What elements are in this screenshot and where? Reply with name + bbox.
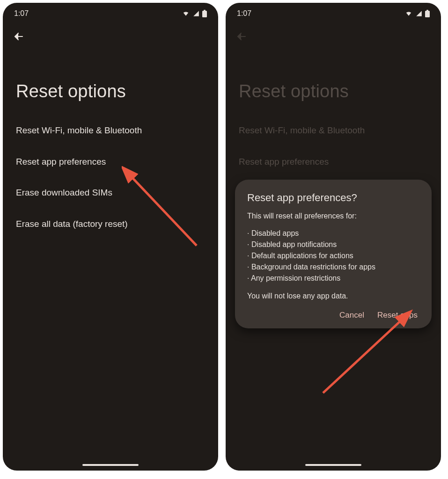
battery-icon: [425, 10, 430, 17]
option-reset-app-prefs[interactable]: Reset app preferences: [16, 156, 205, 168]
cancel-button[interactable]: Cancel: [339, 311, 364, 320]
option-reset-wifi: Reset Wi-Fi, mobile & Bluetooth: [239, 125, 428, 137]
dialog-list-item: Background data restrictions for apps: [247, 261, 419, 273]
page-title: Reset options: [226, 44, 441, 114]
reset-app-prefs-dialog: Reset app preferences? This will reset a…: [235, 180, 432, 328]
option-reset-app-prefs: Reset app preferences: [239, 156, 428, 168]
option-reset-wifi[interactable]: Reset Wi-Fi, mobile & Bluetooth: [16, 125, 205, 137]
signal-icon: [192, 10, 200, 17]
option-erase-sims[interactable]: Erase downloaded SIMs: [16, 187, 205, 199]
signal-icon: [415, 10, 423, 17]
svg-rect-1: [204, 10, 206, 11]
option-factory-reset[interactable]: Erase all data (factory reset): [16, 218, 205, 230]
wifi-icon: [182, 10, 190, 17]
status-bar: 1:07: [226, 3, 441, 21]
navigation-handle[interactable]: [305, 464, 361, 466]
dialog-list-item: Disabled apps: [247, 228, 419, 239]
back-button: [226, 21, 441, 44]
wifi-icon: [404, 10, 413, 17]
svg-rect-0: [202, 11, 207, 17]
reset-apps-button[interactable]: Reset apps: [377, 311, 418, 320]
status-icons: [182, 10, 207, 17]
svg-rect-4: [426, 10, 428, 11]
options-list: Reset Wi-Fi, mobile & Bluetooth Reset ap…: [226, 114, 441, 167]
options-list: Reset Wi-Fi, mobile & Bluetooth Reset ap…: [3, 114, 218, 230]
status-time: 1:07: [237, 9, 251, 18]
status-bar: 1:07: [3, 3, 218, 21]
dialog-list: Disabled apps Disabled app notifications…: [247, 228, 419, 284]
phone-right: 1:07 Reset options Reset Wi-Fi, mobile &…: [226, 3, 441, 471]
dialog-list-item: Any permission restrictions: [247, 273, 419, 284]
status-icons: [404, 10, 430, 17]
phone-left: 1:07 Reset options Reset Wi-Fi, mobile &…: [3, 3, 218, 471]
dialog-list-item: Disabled app notifications: [247, 239, 419, 250]
dialog-title: Reset app preferences?: [247, 192, 419, 204]
dialog-footer: You will not lose any app data.: [247, 290, 419, 301]
battery-icon: [202, 10, 207, 17]
svg-rect-3: [425, 11, 430, 17]
arrow-left-icon: [13, 31, 24, 42]
dialog-intro: This will reset all preferences for:: [247, 210, 419, 221]
arrow-left-icon: [236, 31, 247, 42]
status-time: 1:07: [14, 9, 29, 18]
dialog-actions: Cancel Reset apps: [247, 311, 419, 320]
navigation-handle[interactable]: [82, 464, 139, 466]
page-title: Reset options: [3, 44, 218, 114]
dialog-list-item: Default applications for actions: [247, 250, 419, 261]
back-button[interactable]: [3, 21, 218, 44]
